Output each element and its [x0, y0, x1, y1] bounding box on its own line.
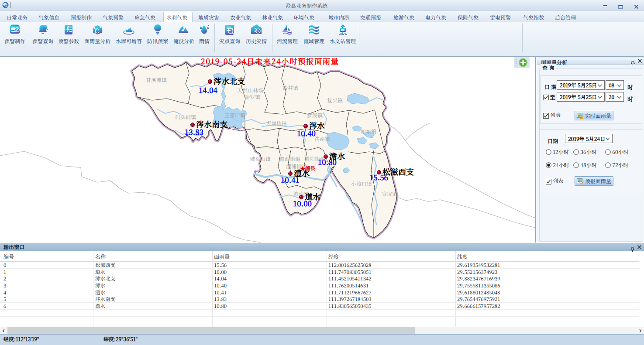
svg-text:码头铺镇: 码头铺镇 [175, 113, 196, 120]
svg-text:王家厂镇: 王家厂镇 [224, 111, 246, 119]
svg-text:10.00: 10.00 [293, 198, 312, 208]
svg-text:金罗镇: 金罗镇 [245, 93, 261, 100]
svg-text:盐井镇: 盐井镇 [282, 84, 299, 91]
svg-text:10.41: 10.41 [281, 174, 300, 185]
svg-text:10.80: 10.80 [318, 156, 337, 167]
svg-text:官垸镇: 官垸镇 [382, 190, 398, 197]
svg-text:13.83: 13.83 [185, 126, 203, 137]
svg-text:甘溪滩镇: 甘溪滩镇 [146, 76, 167, 83]
svg-text:15.56: 15.56 [369, 171, 388, 182]
svg-text:城头山镇: 城头山镇 [250, 155, 271, 162]
svg-text:10.40: 10.40 [297, 127, 316, 138]
svg-text:澧西街道: 澧西街道 [279, 155, 300, 162]
svg-text:复兴镇: 复兴镇 [327, 96, 343, 104]
svg-text:如东镇: 如东镇 [361, 127, 377, 135]
svg-text:大堰垱镇: 大堰垱镇 [266, 120, 287, 127]
svg-text:14.04: 14.04 [199, 84, 218, 95]
svg-text:涔水北支: 涔水北支 [214, 75, 245, 86]
svg-text:梦溪镇: 梦溪镇 [307, 111, 323, 119]
svg-text:涔南镇: 涔南镇 [314, 135, 331, 142]
